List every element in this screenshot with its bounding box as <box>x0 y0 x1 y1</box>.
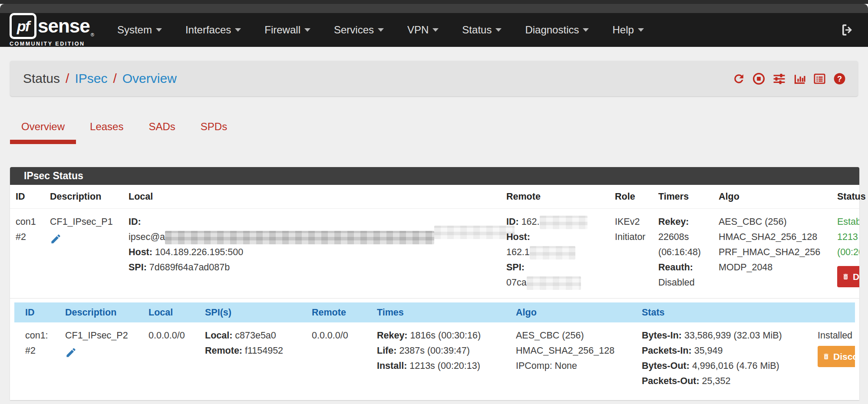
algo-integrity: HMAC_SHA2_256_128 <box>516 345 614 356</box>
main-menu: System Interfaces Firewall Services VPN … <box>106 24 656 36</box>
disconnect-button[interactable]: Disconnect <box>818 346 855 367</box>
cell-timers: Rekey: 22608s (06:16:48) Reauth: Disable… <box>658 214 701 290</box>
phase2-description: CF1_IPsec_P2 <box>65 330 128 341</box>
child-sa-row: con1: #2 CF1_IPsec_P2 0.0.0.0/0 Local: c… <box>14 322 855 395</box>
breadcrumb-bar: Status / IPsec / Overview ? <box>10 61 858 96</box>
connection-id: con1: <box>25 330 48 341</box>
filter-sliders-icon[interactable] <box>772 72 786 85</box>
menu-interfaces-label: Interfaces <box>185 24 231 36</box>
col-header-id: ID <box>16 191 25 202</box>
disconnect-button-label: Disconnect <box>833 349 855 364</box>
breadcrumb-overview-link[interactable]: Overview <box>122 71 177 86</box>
col-header-role: Role <box>615 191 635 202</box>
cell-remote: ID: 162. Host: 162.1 SPI: 07ca <box>506 214 587 290</box>
bytes-out-value: 4,996,016 (4.76 MiB) <box>692 361 779 371</box>
community-edition-label: COMMUNITY EDITION <box>10 41 94 47</box>
menu-status[interactable]: Status <box>450 24 513 36</box>
tab-sads[interactable]: SADs <box>137 121 186 144</box>
remote-id-value: 162. <box>521 217 540 227</box>
menu-vpn[interactable]: VPN <box>396 24 450 36</box>
spi-remote-value: f1154952 <box>245 345 283 356</box>
chevron-down-icon <box>156 28 162 32</box>
install-label: Install: <box>377 361 407 371</box>
breadcrumb: Status / IPsec / Overview <box>23 71 177 86</box>
stop-icon[interactable] <box>752 72 766 85</box>
col-header-algo: Algo <box>516 307 537 318</box>
connection-id: con1 <box>16 217 36 227</box>
refresh-icon[interactable] <box>732 72 746 85</box>
redacted-block <box>540 216 587 229</box>
chevron-down-icon <box>378 28 384 32</box>
menu-firewall[interactable]: Firewall <box>253 24 322 36</box>
window-title-strip <box>0 4 868 13</box>
bar-chart-icon[interactable] <box>793 72 806 85</box>
tab-leases[interactable]: Leases <box>79 121 135 144</box>
menu-diagnostics[interactable]: Diagnostics <box>513 24 601 36</box>
cell-status: Installed Disconnect <box>818 328 855 367</box>
col-header-local: Local <box>149 307 173 318</box>
col-header-local: Local <box>129 191 153 202</box>
redacted-block <box>530 246 575 259</box>
menu-help[interactable]: Help <box>601 24 655 36</box>
bytes-in-label: Bytes-In: <box>642 330 682 341</box>
menu-diagnostics-label: Diagnostics <box>525 24 579 36</box>
cell-local-network: 0.0.0.0/0 <box>149 328 185 343</box>
local-network: 0.0.0.0/0 <box>149 330 185 341</box>
edit-pencil-icon[interactable] <box>65 347 77 363</box>
pf-logo-mark: pf <box>10 13 36 39</box>
bytes-in-value: 33,586,939 (32.03 MiB) <box>684 330 782 341</box>
redacted-block <box>434 226 515 239</box>
svg-text:?: ? <box>837 74 842 83</box>
col-header-remote: Remote <box>506 191 541 202</box>
cell-description: CF1_IPsec_P2 <box>65 328 128 363</box>
menu-system-label: System <box>117 24 152 36</box>
menu-system[interactable]: System <box>106 24 174 36</box>
chevron-down-icon <box>235 28 241 32</box>
cell-description: CF1_IPsec_P1 <box>50 214 113 250</box>
cell-id: con1 #2 <box>16 214 36 245</box>
panel-title: IPsec Status <box>24 170 83 182</box>
status-established: Established <box>837 217 859 227</box>
cell-remote-network: 0.0.0.0/0 <box>312 328 348 343</box>
rekey-value: 1816s (00:30:16) <box>410 330 481 341</box>
status-uptime-hms: (00:20:13) <box>837 247 859 257</box>
ipsec-tabs: Overview Leases SADs SPDs <box>10 121 241 144</box>
reauth-value: Disabled <box>658 277 695 288</box>
reauth-label: Reauth: <box>658 262 693 273</box>
cell-stats: Bytes-In: 33,586,939 (32.03 MiB) Packets… <box>642 328 782 389</box>
breadcrumb-status: Status <box>23 71 60 86</box>
ipsec-status-panel: IPsec Status ID Description Local Remote… <box>10 167 859 400</box>
cell-id: con1: #2 <box>25 328 48 358</box>
algo-ipcomp: IPComp: None <box>516 361 577 371</box>
status-installed: Installed <box>818 330 852 341</box>
registered-mark: ® <box>91 32 94 37</box>
tab-spds[interactable]: SPDs <box>189 121 238 144</box>
sign-out-icon[interactable] <box>840 23 855 37</box>
local-host-value: 104.189.226.195:500 <box>155 247 243 257</box>
pfsense-logo[interactable]: pf sense ® COMMUNITY EDITION <box>10 13 94 47</box>
local-spi-label: SPI: <box>129 262 147 273</box>
tab-overview[interactable]: Overview <box>10 121 76 144</box>
menu-services[interactable]: Services <box>322 24 396 36</box>
spi-local-label: Local: <box>205 330 232 341</box>
top-navbar: pf sense ® COMMUNITY EDITION System Inte… <box>0 13 868 47</box>
status-uptime-seconds: 1213 seconds <box>837 232 859 242</box>
disconnect-button[interactable]: Disconnect <box>837 266 859 287</box>
redacted-block <box>527 276 581 290</box>
log-list-icon[interactable] <box>813 72 826 85</box>
ike-sa-row: con1 #2 CF1_IPsec_P1 ID: ipsec@a Host: 1… <box>10 209 859 299</box>
menu-status-label: Status <box>462 24 492 36</box>
edit-pencil-icon[interactable] <box>50 233 62 250</box>
menu-firewall-label: Firewall <box>264 24 300 36</box>
remote-id-label: ID: <box>506 217 519 227</box>
ike-role: Initiator <box>615 232 646 242</box>
bytes-out-label: Bytes-Out: <box>642 361 690 371</box>
ike-version: IKEv2 <box>615 217 640 227</box>
algo-encryption: AES_CBC (256) <box>719 217 787 227</box>
spi-local-value: c873e5a0 <box>235 330 276 341</box>
col-header-id: ID <box>25 307 35 318</box>
menu-interfaces[interactable]: Interfaces <box>174 24 253 36</box>
help-icon[interactable]: ? <box>833 72 846 85</box>
remote-spi-value: 07ca <box>506 277 527 288</box>
breadcrumb-ipsec-link[interactable]: IPsec <box>75 71 107 86</box>
